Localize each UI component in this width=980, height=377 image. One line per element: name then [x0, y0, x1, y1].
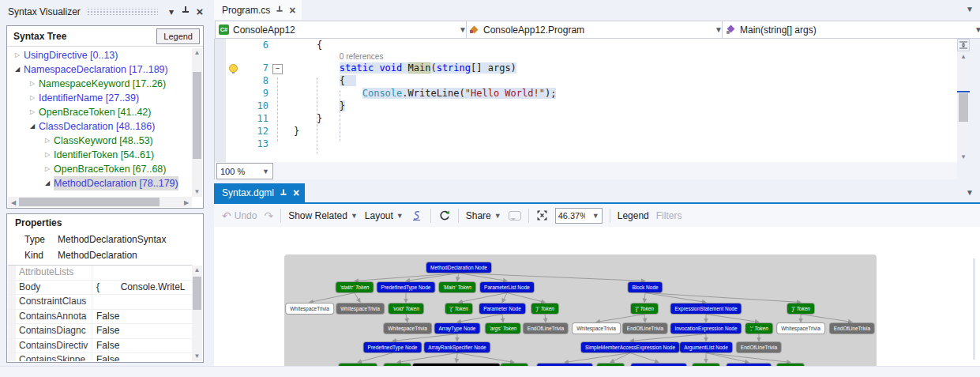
graph-node[interactable]: ArrayRankSpecifier Node: [424, 342, 490, 352]
graph-node[interactable]: PredefinedType Node: [364, 342, 422, 352]
legend-button[interactable]: Legend: [156, 28, 200, 44]
graph-node[interactable]: PredefinedType Node: [377, 282, 435, 292]
graph-node[interactable]: EndOfLineTrivia: [830, 323, 874, 334]
graph-node[interactable]: Block Node: [628, 282, 662, 292]
tab-overflow-icon[interactable]: ▼: [966, 188, 974, 197]
expand-icon[interactable]: ▷: [28, 91, 37, 105]
close-icon[interactable]: ×: [289, 4, 295, 17]
graph-node[interactable]: MethodDeclaration Node: [426, 262, 491, 273]
graph-node[interactable]: EndOfLineTrivia: [623, 323, 667, 334]
scroll-down-icon[interactable]: ▼: [957, 153, 970, 160]
graph-node[interactable]: WhitespaceTrivia: [336, 303, 384, 314]
share-dropdown[interactable]: Share ▼: [466, 210, 501, 221]
drag-dots[interactable]: [87, 9, 158, 15]
graph-node[interactable]: WhitespaceTrivia: [777, 323, 824, 334]
tab-overflow-icon[interactable]: ▼: [966, 5, 974, 13]
tree-item[interactable]: ◢ClassDeclaration [48..186): [8, 119, 192, 134]
tree-horizontal-scrollbar[interactable]: ◀ ▶: [8, 197, 192, 207]
filters-button[interactable]: Filters: [656, 210, 682, 221]
type-dropdown[interactable]: ConsoleApp12.Program ▼: [466, 21, 727, 39]
tree-item[interactable]: ▷IdentifierToken [54..61): [8, 148, 192, 162]
script-icon[interactable]: [411, 210, 423, 221]
split-handle-icon[interactable]: [957, 39, 970, 51]
graph-node[interactable]: 'args' Token: [486, 323, 520, 334]
expand-icon[interactable]: ▷: [43, 148, 52, 162]
undo-button[interactable]: ↶ Undo: [222, 209, 257, 222]
editor-vertical-scrollbar[interactable]: ▲ ▼: [957, 39, 970, 162]
tab-syntax-dgml[interactable]: Syntax.dgml ×: [214, 183, 305, 202]
collapse-icon[interactable]: ◢: [13, 62, 22, 77]
tree-vertical-scrollbar[interactable]: ▲ ▼: [192, 48, 202, 197]
tree-item[interactable]: ▷OpenBraceToken [67..68): [8, 162, 192, 176]
tree-item[interactable]: ▷OpenBraceToken [41..42): [8, 105, 192, 119]
graph-node[interactable]: '{' Token: [631, 303, 658, 314]
graph-node[interactable]: ArgumentList Node: [680, 342, 732, 352]
graph-node[interactable]: 'static' Token: [336, 282, 374, 292]
window-position-icon[interactable]: ▾: [164, 5, 178, 19]
tree-item[interactable]: ▷ClassKeyword [48..53): [8, 134, 192, 148]
scrollbar-thumb[interactable]: [193, 72, 201, 159]
project-dropdown[interactable]: C# ConsoleApp12 ▼: [215, 21, 471, 39]
graph-node[interactable]: SimpleMemberAccessExpression Node: [581, 342, 679, 352]
collapse-icon[interactable]: ◢: [43, 176, 52, 190]
refresh-graph-icon[interactable]: [438, 209, 451, 221]
property-row[interactable]: ContainsDiagncFalse: [8, 324, 192, 339]
scroll-up-icon[interactable]: ▲: [192, 48, 202, 58]
scrollbar-thumb[interactable]: [193, 277, 201, 310]
show-related-dropdown[interactable]: Show Related ▼: [288, 210, 358, 221]
tree-item[interactable]: ◢MethodDeclaration [78..179): [8, 176, 192, 190]
close-icon[interactable]: ×: [293, 187, 299, 199]
graph-node[interactable]: WhitespaceTrivia: [573, 323, 620, 334]
expand-icon[interactable]: ▷: [13, 48, 22, 62]
graph-node[interactable]: ExpressionStatement Node: [670, 303, 741, 314]
zoom-to-fit-icon[interactable]: [536, 209, 548, 221]
graph-node[interactable]: ')' Token: [531, 303, 558, 314]
pin-icon[interactable]: [280, 189, 287, 197]
tree-item[interactable]: ▷UsingDirective [0..13): [8, 48, 192, 62]
graph-node[interactable]: Parameter Node: [479, 303, 525, 314]
graph-node[interactable]: 'Main' Token: [439, 282, 475, 292]
graph-node[interactable]: ParameterList Node: [480, 282, 534, 292]
property-row[interactable]: Body{ Console.WriteL: [8, 281, 192, 296]
tree-item[interactable]: ◢NamespaceDeclaration [17..189): [8, 62, 192, 77]
properties-scrollbar[interactable]: ▲ ▼: [192, 266, 202, 361]
comment-icon[interactable]: [509, 211, 521, 221]
graph-node[interactable]: EndOfLineTrivia: [737, 342, 781, 352]
redo-button[interactable]: ↷: [264, 209, 273, 222]
graph-viewport[interactable]: MethodDeclaration Node'static' TokenPred…: [214, 227, 980, 366]
editor-zoom-dropdown[interactable]: 100 % ▼: [216, 163, 273, 179]
graph-node[interactable]: EndOfLineTrivia: [524, 323, 568, 334]
graph-node[interactable]: WhitespaceTrivia: [384, 323, 431, 334]
scroll-left-icon[interactable]: ◀: [9, 198, 17, 208]
collapse-region-icon[interactable]: −: [272, 64, 283, 74]
collapse-icon[interactable]: ◢: [28, 119, 37, 134]
graph-node[interactable]: '}' Token: [787, 303, 814, 314]
tree-item[interactable]: ▷IdentifierName [27..39): [8, 91, 192, 105]
graph-node[interactable]: ArrayType Node: [435, 323, 480, 334]
scroll-up-icon[interactable]: ▲: [192, 266, 202, 275]
layout-dropdown[interactable]: Layout ▼: [365, 210, 404, 221]
graph-scrollbar[interactable]: [973, 258, 975, 360]
expand-icon[interactable]: ▷: [43, 162, 52, 176]
property-row[interactable]: ConstraintClaus: [8, 295, 192, 310]
graph-zoom-dropdown[interactable]: 46.37% ▼: [555, 208, 603, 224]
close-icon[interactable]: ×: [193, 5, 207, 19]
graph-node[interactable]: 'void' Token: [389, 303, 423, 314]
property-row[interactable]: ContainsDirectivFalse: [8, 339, 192, 354]
graph-canvas[interactable]: MethodDeclaration Node'static' TokenPred…: [284, 254, 877, 366]
pin-icon[interactable]: [276, 6, 283, 14]
property-row[interactable]: ContainsAnnotaFalse: [8, 310, 192, 325]
scrollbar-thumb[interactable]: [19, 198, 160, 206]
legend-button[interactable]: Legend: [618, 210, 649, 221]
graph-node[interactable]: ';' Token: [745, 323, 772, 334]
scroll-right-icon[interactable]: ▶: [182, 198, 190, 208]
expand-icon[interactable]: ▷: [28, 77, 37, 91]
scroll-up-icon[interactable]: ▲: [957, 53, 970, 60]
scrollbar-thumb[interactable]: [959, 93, 968, 122]
expand-icon[interactable]: ▷: [43, 134, 52, 148]
scroll-down-icon[interactable]: ▼: [192, 187, 202, 197]
tab-program-cs[interactable]: Program.cs ×: [214, 0, 302, 20]
property-row[interactable]: ContainsSkippeFalse: [8, 353, 192, 361]
syntax-tree[interactable]: ▷UsingDirective [0..13)◢NamespaceDeclara…: [8, 48, 192, 197]
tree-item[interactable]: ▷NamespaceKeyword [17..26): [8, 77, 192, 91]
